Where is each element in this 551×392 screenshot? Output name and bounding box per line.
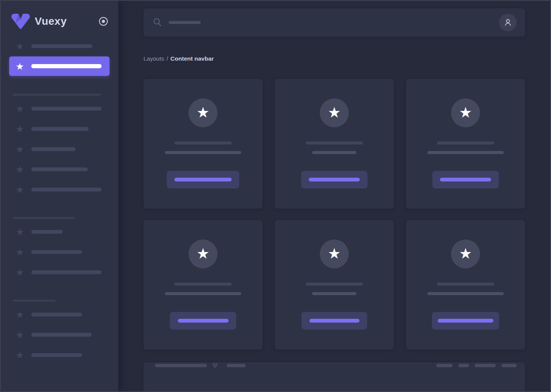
star-icon: ★ — [15, 227, 24, 236]
button-label-placeholder — [438, 319, 493, 323]
footer-link-placeholder[interactable] — [475, 364, 496, 367]
sidebar-item-label-placeholder — [31, 147, 76, 151]
star-icon: ★ — [197, 105, 209, 121]
card-subtitle-placeholder — [427, 151, 504, 154]
breadcrumb-section-link[interactable]: Layouts — [143, 55, 164, 62]
card-action-button[interactable] — [167, 171, 239, 188]
main-content: Layouts/Content navbar ★ ★ ★ — [118, 0, 551, 392]
star-icon: ★ — [328, 246, 341, 262]
breadcrumb: Layouts/Content navbar — [143, 55, 525, 62]
sidebar-item[interactable]: ★ — [9, 310, 110, 319]
star-icon: ★ — [15, 268, 24, 277]
card-action-button[interactable] — [432, 171, 499, 188]
card-action-button[interactable] — [170, 312, 236, 329]
star-avatar: ★ — [451, 98, 480, 127]
feature-card: ★ — [406, 79, 525, 209]
breadcrumb-current: Content navbar — [171, 55, 214, 62]
card-subtitle-placeholder — [165, 151, 241, 154]
sidebar-item-label-placeholder — [31, 313, 82, 316]
footer-text-placeholder — [227, 364, 246, 367]
star-icon: ★ — [197, 246, 209, 262]
button-label-placeholder — [174, 178, 232, 182]
footer-link-placeholder[interactable] — [436, 364, 453, 367]
sidebar: Vuexy ★ ★ ★ ★ ★ ★ ★ ★ — [0, 0, 118, 392]
star-avatar: ★ — [320, 98, 349, 127]
sidebar-item[interactable]: ★ — [9, 145, 110, 154]
search-placeholder-bar — [169, 21, 201, 24]
sidebar-item[interactable]: ★ — [9, 185, 110, 194]
sidebar-item[interactable]: ★ — [9, 247, 110, 257]
sidebar-item[interactable]: ★ — [9, 330, 110, 339]
star-icon: ★ — [15, 247, 24, 257]
search-icon — [153, 17, 163, 28]
footer-link-placeholder[interactable] — [501, 364, 517, 367]
card-subtitle-placeholder — [427, 292, 504, 295]
person-icon — [503, 18, 512, 27]
star-icon: ★ — [15, 42, 24, 51]
vuexy-v-logo-icon[interactable] — [11, 13, 31, 30]
footer-text-placeholder — [155, 364, 207, 367]
sidebar-item-label-placeholder — [31, 270, 102, 274]
feature-card: ★ — [143, 79, 263, 209]
feature-card: ★ — [406, 220, 525, 350]
card-action-button[interactable] — [301, 312, 367, 329]
sidebar-item[interactable]: ★ — [9, 165, 110, 174]
sidebar-item[interactable]: ★ — [9, 42, 110, 51]
footer-links — [436, 364, 517, 367]
sidebar-item-label-placeholder — [31, 333, 92, 337]
feature-card: ★ — [275, 79, 394, 209]
sidebar-item[interactable]: ★ — [9, 124, 110, 133]
sidebar-item-label-placeholder — [31, 167, 88, 171]
star-icon: ★ — [15, 350, 24, 360]
heart-icon: ♥ — [212, 361, 218, 370]
star-icon: ★ — [15, 185, 24, 194]
card-title-placeholder — [437, 283, 494, 286]
sidebar-item-label-placeholder — [31, 188, 102, 191]
footer: ♥ — [143, 362, 525, 392]
card-action-button[interactable] — [301, 171, 367, 188]
sidebar-item-label-placeholder — [31, 230, 63, 234]
top-navbar — [143, 8, 525, 37]
star-avatar: ★ — [451, 239, 480, 268]
star-icon: ★ — [15, 330, 24, 339]
sidebar-section-header-placeholder — [13, 217, 75, 219]
sidebar-item[interactable]: ★ — [9, 104, 110, 113]
card-grid: ★ ★ ★ ★ — [143, 79, 525, 350]
card-title-placeholder — [306, 283, 363, 286]
sidebar-item[interactable]: ★ — [9, 350, 110, 360]
footer-link-placeholder[interactable] — [458, 364, 469, 367]
card-title-placeholder — [306, 141, 363, 145]
sidebar-item-label-placeholder — [31, 64, 102, 68]
sidebar-item-label-placeholder — [31, 127, 89, 131]
card-title-placeholder — [174, 141, 232, 145]
feature-card: ★ — [275, 220, 394, 350]
sidebar-item[interactable]: ★ — [9, 227, 110, 236]
star-icon: ★ — [15, 62, 24, 71]
search-input[interactable] — [153, 17, 499, 28]
radio-circle-icon[interactable] — [98, 16, 108, 26]
star-icon: ★ — [15, 145, 24, 154]
star-avatar: ★ — [188, 98, 218, 127]
star-icon: ★ — [15, 165, 24, 174]
card-subtitle-placeholder — [165, 292, 241, 295]
star-icon: ★ — [459, 246, 472, 262]
button-label-placeholder — [440, 178, 491, 182]
sidebar-item-label-placeholder — [31, 44, 92, 48]
card-subtitle-placeholder — [312, 292, 356, 295]
sidebar-section-header-placeholder — [13, 94, 101, 96]
star-icon: ★ — [15, 310, 24, 319]
star-avatar: ★ — [320, 239, 349, 268]
card-subtitle-placeholder — [312, 151, 356, 154]
brand-title: Vuexy — [35, 15, 67, 27]
feature-card: ★ — [143, 220, 263, 350]
user-avatar-button[interactable] — [499, 14, 517, 31]
breadcrumb-separator: / — [166, 55, 168, 62]
card-title-placeholder — [174, 283, 232, 286]
sidebar-item-active[interactable]: ★ — [9, 56, 110, 76]
button-label-placeholder — [178, 319, 229, 323]
card-action-button[interactable] — [432, 312, 499, 329]
sidebar-item[interactable]: ★ — [9, 268, 110, 277]
button-label-placeholder — [309, 178, 360, 182]
button-label-placeholder — [309, 319, 359, 323]
sidebar-item-label-placeholder — [31, 250, 82, 254]
